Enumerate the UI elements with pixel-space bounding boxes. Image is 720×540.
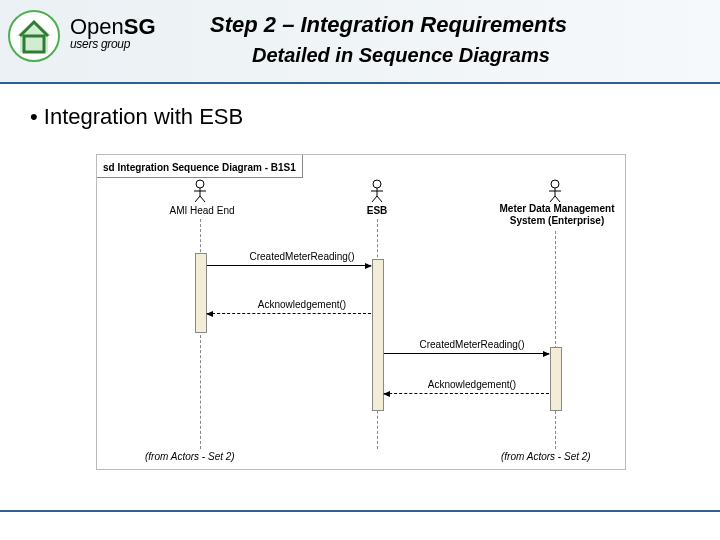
bullet-1: Integration with ESB bbox=[30, 104, 243, 130]
svg-point-3 bbox=[196, 180, 204, 188]
svg-point-8 bbox=[373, 180, 381, 188]
brand-open: Open bbox=[70, 14, 124, 39]
svg-line-6 bbox=[195, 196, 200, 202]
header-rule bbox=[0, 82, 720, 84]
brand-logo bbox=[8, 10, 60, 66]
frame-tab: sd Integration Sequence Diagram - B1S1 bbox=[97, 155, 303, 178]
msg1-arrow bbox=[207, 265, 371, 266]
activation-b bbox=[372, 259, 384, 411]
slide-header: OpenSG users group Step 2 – Integration … bbox=[0, 0, 720, 84]
slide-title: Step 2 – Integration Requirements bbox=[210, 12, 567, 38]
svg-line-7 bbox=[200, 196, 205, 202]
house-icon bbox=[8, 10, 60, 62]
msg2-arrow bbox=[207, 313, 371, 314]
activation-a bbox=[195, 253, 207, 333]
msg3-label: CreatedMeterReading() bbox=[407, 339, 537, 350]
frame-label: sd Integration Sequence Diagram - B1S1 bbox=[103, 162, 296, 173]
footer-left: (from Actors - Set 2) bbox=[145, 451, 235, 462]
svg-line-16 bbox=[550, 196, 555, 202]
actor-a-label: AMI Head End bbox=[157, 205, 247, 216]
footer-rule bbox=[0, 510, 720, 512]
brand-text: OpenSG users group bbox=[70, 14, 156, 51]
actor-c-label-1: Meter Data Management bbox=[487, 203, 627, 214]
sequence-diagram: sd Integration Sequence Diagram - B1S1 A… bbox=[96, 154, 626, 470]
msg4-arrow bbox=[384, 393, 549, 394]
brand-sg: SG bbox=[124, 14, 156, 39]
msg1-label: CreatedMeterReading() bbox=[237, 251, 367, 262]
svg-line-17 bbox=[555, 196, 560, 202]
slide: OpenSG users group Step 2 – Integration … bbox=[0, 0, 720, 540]
msg3-arrow bbox=[384, 353, 549, 354]
actor-b-label: ESB bbox=[352, 205, 402, 216]
msg2-label: Acknowledgement() bbox=[237, 299, 367, 310]
body-bullets: Integration with ESB bbox=[30, 104, 243, 130]
svg-line-12 bbox=[377, 196, 382, 202]
lifeline-c bbox=[555, 231, 556, 449]
svg-line-11 bbox=[372, 196, 377, 202]
msg4-label: Acknowledgement() bbox=[407, 379, 537, 390]
stickman-icon bbox=[547, 179, 563, 203]
slide-subtitle: Detailed in Sequence Diagrams bbox=[252, 44, 550, 67]
activation-c bbox=[550, 347, 562, 411]
actor-a-icon bbox=[192, 179, 208, 207]
brand-subtitle: users group bbox=[70, 37, 156, 51]
stickman-icon bbox=[369, 179, 385, 203]
footer-right: (from Actors - Set 2) bbox=[501, 451, 591, 462]
svg-point-13 bbox=[551, 180, 559, 188]
actor-b-icon bbox=[369, 179, 385, 207]
actor-c-label-2: System (Enterprise) bbox=[487, 215, 627, 226]
stickman-icon bbox=[192, 179, 208, 203]
